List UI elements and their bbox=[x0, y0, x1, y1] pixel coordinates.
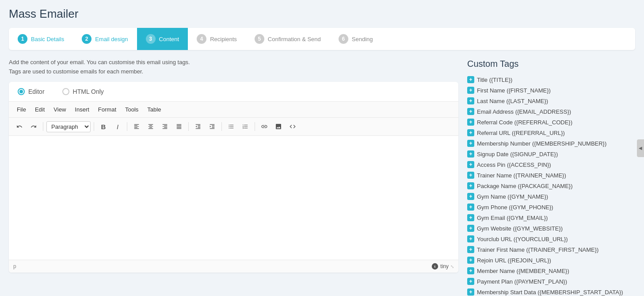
sep-2 bbox=[94, 122, 94, 131]
redo-button[interactable] bbox=[27, 120, 40, 133]
tag-plus-icon: + bbox=[467, 172, 474, 179]
ul-button[interactable] bbox=[225, 120, 237, 133]
link-button[interactable] bbox=[258, 120, 271, 133]
tag-item[interactable]: +Email Address ({EMAIL_ADDRESS}) bbox=[467, 106, 635, 117]
tag-label: Signup Date ({SIGNUP_DATE}) bbox=[477, 151, 558, 158]
tag-label: Gym Phone ({GYM_PHONE}) bbox=[477, 204, 553, 211]
editor-card: Editor HTML Only File Edit View Insert bbox=[9, 82, 458, 273]
tag-item[interactable]: +Referral Code ({REFERRAL_CODE}) bbox=[467, 117, 635, 127]
tag-item[interactable]: +Membership Number ({MEMBERSHIP_NUMBER}) bbox=[467, 138, 635, 149]
menu-tools[interactable]: Tools bbox=[122, 104, 142, 115]
editor-tag-indicator: p bbox=[13, 263, 16, 269]
step-1-num: 1 bbox=[18, 34, 27, 44]
editor-radio[interactable] bbox=[18, 88, 25, 95]
tag-item[interactable]: +Title ({TITLE}) bbox=[467, 74, 635, 85]
indent-button[interactable] bbox=[206, 120, 218, 133]
undo-button[interactable] bbox=[13, 120, 26, 133]
tag-item[interactable]: +Referral URL ({REFERRAL_URL}) bbox=[467, 127, 635, 138]
page-title: Mass Emailer bbox=[9, 7, 635, 21]
tag-item[interactable]: +Member Name ({MEMBER_NAME}) bbox=[467, 265, 635, 276]
code-button[interactable] bbox=[286, 120, 299, 133]
italic-button[interactable]: I bbox=[111, 120, 124, 133]
outdent-button[interactable] bbox=[192, 120, 204, 133]
tag-label: Rejoin URL ({REJOIN_URL}) bbox=[477, 257, 551, 264]
tag-label: First Name ({FIRST_NAME}) bbox=[477, 87, 551, 94]
step-2[interactable]: 2 Email design bbox=[73, 28, 137, 50]
tag-item[interactable]: +Access Pin ({ACCESS_PIN}) bbox=[467, 159, 635, 170]
step-6-label: Sending bbox=[352, 36, 373, 42]
menu-format[interactable]: Format bbox=[95, 104, 120, 115]
tag-item[interactable]: +Membership Start Data ({MEMBERSHIP_STAR… bbox=[467, 287, 635, 296]
tag-plus-icon: + bbox=[467, 129, 474, 136]
tag-item[interactable]: +Yourclub URL ({YOURCLUB_URL}) bbox=[467, 234, 635, 244]
tag-item[interactable]: +Last Name ({LAST_NAME}) bbox=[467, 96, 635, 106]
tiny-label: tiny bbox=[440, 263, 449, 269]
step-1[interactable]: 1 Basic Details bbox=[9, 28, 73, 50]
align-right-button[interactable] bbox=[159, 120, 171, 133]
tag-label: Member Name ({MEMBER_NAME}) bbox=[477, 268, 569, 274]
tag-plus-icon: + bbox=[467, 204, 474, 211]
tag-plus-icon: + bbox=[467, 108, 474, 115]
align-left-button[interactable] bbox=[130, 120, 143, 133]
tag-label: Gym Website ({GYM_WEBSITE}) bbox=[477, 225, 563, 232]
tag-item[interactable]: +Package Name ({PACKAGE_NAME}) bbox=[467, 181, 635, 191]
step-5-num: 5 bbox=[255, 34, 264, 44]
tag-label: Trainer First Name ({TRAINER_FIRST_NAME}… bbox=[477, 246, 598, 253]
tag-plus-icon: + bbox=[467, 161, 474, 168]
tag-item[interactable]: +Trainer Name ({TRAINER_NAME}) bbox=[467, 170, 635, 181]
tag-plus-icon: + bbox=[467, 235, 474, 242]
step-6-num: 6 bbox=[339, 34, 348, 44]
tag-item[interactable]: +Payment Plan ({PAYMENT_PLAN}) bbox=[467, 276, 635, 287]
tag-plus-icon: + bbox=[467, 246, 474, 253]
step-6[interactable]: 6 Sending bbox=[330, 28, 382, 50]
tag-list: +Title ({TITLE})+First Name ({FIRST_NAME… bbox=[467, 74, 635, 296]
menu-insert[interactable]: Insert bbox=[71, 104, 93, 115]
tag-item[interactable]: +Gym Phone ({GYM_PHONE}) bbox=[467, 202, 635, 212]
editor-mode-bar: Editor HTML Only bbox=[9, 82, 458, 102]
menu-edit[interactable]: Edit bbox=[31, 104, 48, 115]
align-justify-button[interactable] bbox=[173, 120, 185, 133]
tag-plus-icon: + bbox=[467, 182, 474, 189]
bold-button[interactable]: B bbox=[97, 120, 110, 133]
tag-plus-icon: + bbox=[467, 278, 474, 285]
tag-label: Referral URL ({REFERRAL_URL}) bbox=[477, 130, 565, 136]
sep-1 bbox=[43, 122, 43, 131]
custom-tags-title: Custom Tags bbox=[467, 59, 635, 69]
tag-item[interactable]: +Gym Email ({GYM_EMAIL}) bbox=[467, 212, 635, 223]
sep-6 bbox=[255, 122, 255, 131]
sep-4 bbox=[188, 122, 189, 131]
paragraph-select[interactable]: Paragraph Heading 1 Heading 2 Heading 3 bbox=[46, 121, 91, 132]
step-2-num: 2 bbox=[82, 34, 91, 44]
image-button[interactable] bbox=[272, 120, 285, 133]
tag-item[interactable]: +Rejoin URL ({REJOIN_URL}) bbox=[467, 255, 635, 265]
tag-item[interactable]: +Signup Date ({SIGNUP_DATE}) bbox=[467, 149, 635, 159]
menu-view[interactable]: View bbox=[50, 104, 69, 115]
tag-item[interactable]: +First Name ({FIRST_NAME}) bbox=[467, 85, 635, 96]
align-center-button[interactable] bbox=[145, 120, 157, 133]
html-radio[interactable] bbox=[62, 88, 69, 95]
tag-label: Last Name ({LAST_NAME}) bbox=[477, 98, 548, 104]
tag-item[interactable]: +Trainer First Name ({TRAINER_FIRST_NAME… bbox=[467, 244, 635, 255]
tag-item[interactable]: +Gym Name ({GYM_NAME}) bbox=[467, 191, 635, 202]
tag-plus-icon: + bbox=[467, 225, 474, 232]
step-4[interactable]: 4 Recipients bbox=[188, 28, 246, 50]
step-3[interactable]: 3 Content bbox=[137, 28, 188, 50]
menu-table[interactable]: Table bbox=[144, 104, 164, 115]
tag-label: Gym Name ({GYM_NAME}) bbox=[477, 193, 548, 200]
tag-item[interactable]: +Gym Website ({GYM_WEBSITE}) bbox=[467, 223, 635, 234]
collapse-handle[interactable]: ◀ bbox=[637, 139, 644, 157]
resize-icon: ⤡ bbox=[450, 264, 454, 269]
menu-file[interactable]: File bbox=[13, 104, 30, 115]
ol-button[interactable] bbox=[239, 120, 252, 133]
tag-label: Payment Plan ({PAYMENT_PLAN}) bbox=[477, 278, 567, 285]
html-mode-option[interactable]: HTML Only bbox=[62, 88, 104, 95]
step-5[interactable]: 5 Confirmation & Send bbox=[246, 28, 330, 50]
editor-mode-option[interactable]: Editor bbox=[18, 88, 45, 95]
tinymce-branding: t tiny ⤡ bbox=[431, 263, 454, 270]
step-3-num: 3 bbox=[146, 34, 156, 44]
intro-line1: Add the content of your email. You can c… bbox=[9, 59, 458, 65]
tag-plus-icon: + bbox=[467, 193, 474, 200]
editor-body[interactable] bbox=[9, 136, 458, 260]
sep-5 bbox=[221, 122, 222, 131]
main-layout: Add the content of your email. You can c… bbox=[9, 59, 635, 296]
